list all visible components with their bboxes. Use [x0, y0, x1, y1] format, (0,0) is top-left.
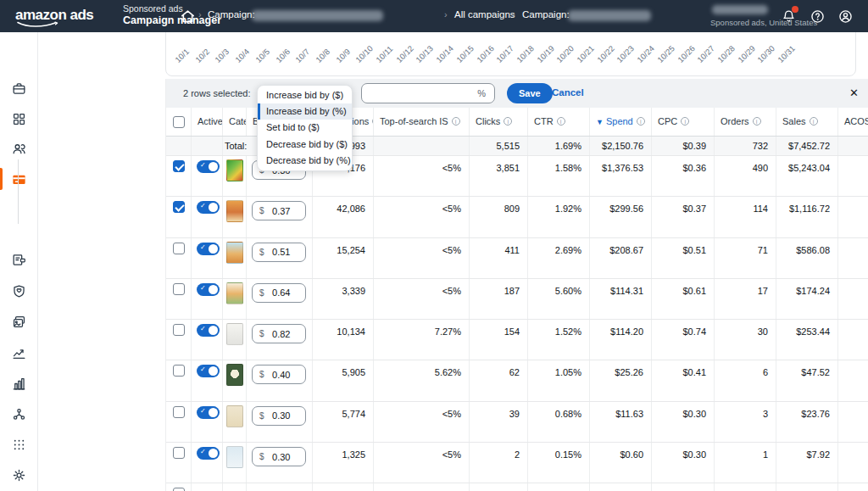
- sidebar-item-pages[interactable]: [0, 247, 38, 272]
- help-icon[interactable]: [810, 8, 826, 25]
- active-toggle[interactable]: [197, 447, 220, 460]
- info-icon[interactable]: i: [637, 117, 645, 126]
- row-checkbox[interactable]: [173, 447, 185, 459]
- header-cpc[interactable]: CPCi: [652, 108, 715, 136]
- row-active-cell: [192, 197, 223, 237]
- bid-input[interactable]: $0.37: [252, 201, 306, 220]
- info-icon[interactable]: i: [753, 117, 761, 126]
- close-icon[interactable]: ✕: [849, 86, 859, 99]
- cell-orders: 1: [715, 443, 776, 483]
- sidebar-item-shield[interactable]: [0, 278, 38, 304]
- header-sales[interactable]: Salesi: [776, 108, 838, 136]
- header-ctr[interactable]: CTRi: [528, 108, 590, 136]
- trend-chart-icon: [11, 345, 27, 361]
- header-orders[interactable]: Ordersi: [715, 108, 776, 136]
- row-active-cell: [192, 279, 223, 319]
- bid-input[interactable]: $0.82: [252, 324, 306, 343]
- bid-input[interactable]: $0.40: [252, 365, 306, 384]
- cell-ctr: 5.60%: [528, 279, 590, 319]
- select-all-checkbox[interactable]: [173, 116, 185, 128]
- cell-orders: 30: [715, 320, 776, 360]
- bid-input[interactable]: $0.51: [252, 243, 306, 262]
- amazon-smile-icon: [17, 21, 61, 28]
- info-icon[interactable]: i: [452, 117, 460, 126]
- bid-adjustment-input[interactable]: %: [361, 83, 495, 103]
- date-tick-label: 10/22: [595, 43, 616, 64]
- sidebar-item-bar-chart[interactable]: [0, 371, 38, 396]
- info-icon[interactable]: i: [504, 117, 512, 126]
- bell-icon[interactable]: [781, 8, 797, 25]
- row-active-cell: [192, 483, 223, 491]
- sidebar-item-users[interactable]: [0, 136, 38, 161]
- header-active[interactable]: Active: [192, 108, 223, 136]
- row-checkbox[interactable]: [173, 365, 185, 377]
- breadcrumb-campaign-1[interactable]: Campaign:: [208, 9, 255, 20]
- save-button[interactable]: Save: [507, 83, 553, 103]
- total-clicks: 5,515: [470, 137, 528, 155]
- date-tick-label: 10/15: [454, 43, 476, 64]
- cell-ctr: 1.58%: [528, 156, 590, 196]
- info-icon[interactable]: i: [810, 117, 818, 126]
- active-toggle[interactable]: [197, 406, 220, 419]
- menu-item-set-bid-to-$[interactable]: Set bid to ($): [258, 120, 352, 136]
- bid-input[interactable]: $0.30: [252, 406, 306, 426]
- sidebar-item-apps-grid[interactable]: [0, 432, 38, 457]
- top-navbar: amazon ads Sponsored ads Campaign manage…: [0, 0, 868, 32]
- active-toggle[interactable]: [197, 283, 220, 296]
- date-tick-label: 10/19: [535, 43, 556, 64]
- sidebar-item-credit-card[interactable]: [0, 166, 38, 192]
- account-region-label[interactable]: Sponsored ads, United States: [710, 18, 817, 27]
- breadcrumb-all-campaigns[interactable]: All campaigns: [454, 9, 515, 20]
- menu-item-decrease-bid-by-%[interactable]: Decrease bid by (%): [258, 153, 352, 169]
- row-checkbox[interactable]: [173, 488, 185, 491]
- header-spend[interactable]: ▼Spendi: [590, 108, 652, 136]
- breadcrumb-campaign-2[interactable]: Campaign:: [522, 9, 570, 20]
- active-toggle[interactable]: [197, 160, 220, 173]
- apps-grid-icon: [11, 437, 27, 453]
- sidebar-item-share-nodes[interactable]: [0, 401, 38, 427]
- date-tick-label: 10/27: [695, 43, 716, 64]
- info-icon[interactable]: i: [681, 117, 689, 126]
- account-icon[interactable]: [837, 8, 854, 25]
- sidebar-item-dashboard[interactable]: [0, 106, 38, 131]
- date-tick-label: 10/29: [736, 43, 757, 64]
- cell-ctr: 0.68%: [528, 402, 590, 442]
- row-category-cell: [223, 483, 247, 491]
- sidebar-item-media[interactable]: [0, 309, 38, 334]
- active-toggle[interactable]: [197, 324, 220, 337]
- home-icon[interactable]: [180, 8, 196, 25]
- sidebar-item-trend-chart[interactable]: [0, 340, 38, 365]
- bid-input[interactable]: $0.64: [252, 283, 306, 303]
- cell-sales: $5,243.04: [776, 156, 838, 196]
- active-toggle[interactable]: [197, 365, 220, 377]
- active-toggle[interactable]: [197, 201, 220, 214]
- row-checkbox[interactable]: [173, 201, 185, 213]
- table-row: $0.301,325<5%20.15%$0.60$0.301$7.92: [166, 443, 868, 483]
- row-category-cell: [223, 279, 247, 319]
- cell-clicks: 2: [470, 443, 528, 483]
- amazon-ads-logo[interactable]: amazon ads: [15, 7, 93, 24]
- menu-item-decrease-bid-by-$[interactable]: Decrease bid by ($): [258, 137, 352, 153]
- row-bid-cell: $0.82: [247, 320, 313, 360]
- row-checkbox[interactable]: [173, 283, 185, 295]
- menu-item-increase-bid-by-$[interactable]: Increase bid by ($): [258, 87, 352, 103]
- header-category[interactable]: Category: [223, 108, 247, 136]
- header-tos[interactable]: Top-of-search ISi: [374, 108, 470, 136]
- header-clicks[interactable]: Clicksi: [470, 108, 528, 136]
- row-checkbox[interactable]: [173, 243, 185, 254]
- row-checkbox[interactable]: [173, 406, 185, 418]
- breadcrumb-separator: ›: [444, 9, 448, 20]
- currency-symbol: $: [259, 411, 264, 421]
- cell-sales: [776, 483, 838, 491]
- header-acos[interactable]: ACOS: [838, 108, 868, 136]
- bid-input[interactable]: $0.30: [252, 447, 306, 466]
- sidebar-item-settings[interactable]: [0, 462, 38, 488]
- row-checkbox[interactable]: [173, 324, 185, 336]
- sidebar-item-briefcase[interactable]: [0, 75, 38, 101]
- cancel-button[interactable]: Cancel: [552, 87, 584, 98]
- row-checkbox[interactable]: [173, 160, 185, 172]
- info-icon[interactable]: i: [557, 117, 565, 126]
- active-toggle[interactable]: [197, 243, 220, 255]
- menu-item-increase-bid-by-%[interactable]: Increase bid by (%): [258, 103, 352, 120]
- currency-symbol: $: [259, 206, 264, 215]
